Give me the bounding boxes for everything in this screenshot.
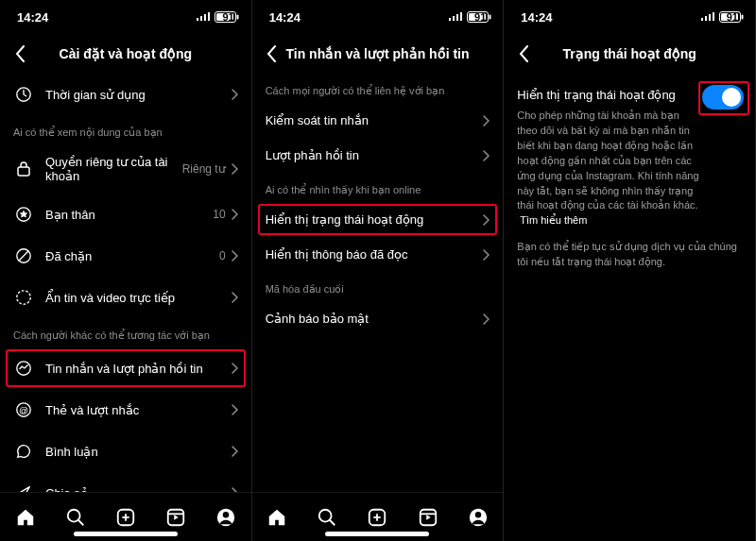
svg-text:@: @: [19, 405, 28, 415]
back-button[interactable]: [513, 43, 534, 64]
row-label: Đã chặn: [45, 249, 214, 263]
phone-screen-1: 14:24 91 Cài đặt và hoạt động Thời gian …: [0, 0, 252, 541]
header-title: Cài đặt và hoạt động: [0, 46, 251, 61]
row-label: Cảnh báo bảo mật: [266, 312, 478, 326]
row-blocked[interactable]: Đã chặn 0: [0, 235, 251, 277]
row-label: Bình luận: [45, 445, 226, 459]
svg-point-25: [223, 512, 229, 517]
row-close-friends[interactable]: Bạn thân 10: [0, 194, 251, 235]
content-scroll[interactable]: Cách mọi người có thể liên hệ với bạn Ki…: [252, 74, 504, 492]
status-time: 14:24: [17, 10, 48, 25]
svg-rect-40: [741, 15, 743, 20]
share-icon: [13, 482, 34, 492]
tab-profile[interactable]: [214, 505, 238, 530]
header-title: Trạng thái hoạt động: [504, 46, 755, 61]
clock-icon: [13, 84, 34, 105]
svg-line-18: [77, 519, 83, 525]
activity-status-toggle[interactable]: [702, 85, 744, 110]
svg-point-17: [67, 509, 79, 521]
row-label: Chia sẻ: [45, 486, 226, 493]
row-label: Bạn thân: [45, 208, 207, 222]
svg-rect-28: [490, 15, 491, 20]
comment-icon: [13, 441, 34, 462]
status-bar: 14:24 91: [504, 0, 755, 34]
messenger-icon: [13, 358, 34, 379]
tag-icon: @: [13, 399, 34, 420]
section-contact-header: Cách mọi người có thể liên hệ với bạn: [252, 74, 504, 103]
screen-header: Trạng thái hoạt động: [504, 34, 755, 74]
tab-home[interactable]: [13, 505, 38, 530]
tab-home[interactable]: [265, 505, 289, 530]
content-scroll[interactable]: Hiển thị trạng thái hoạt động Cho phép n…: [504, 74, 755, 541]
status-bar: 14:24 91: [252, 0, 504, 34]
svg-rect-2: [237, 15, 239, 20]
tab-create[interactable]: [113, 505, 138, 530]
row-screen-time[interactable]: Thời gian sử dụng: [0, 74, 251, 115]
star-icon: [13, 204, 34, 225]
back-button[interactable]: [262, 43, 283, 64]
section-online-header: Ai có thể nhìn thấy khi bạn online: [252, 173, 504, 202]
row-label: Tin nhắn và lượt phản hồi tin: [45, 362, 226, 376]
section-e2e-header: Mã hóa đầu cuối: [252, 272, 504, 301]
tab-search[interactable]: [315, 505, 339, 530]
phone-screen-3: 14:24 91 Trạng thái hoạt động Hiển thị t…: [504, 0, 756, 541]
status-indicators: 91: [700, 11, 738, 23]
hide-icon: [13, 287, 34, 308]
row-tags-mentions[interactable]: @ Thẻ và lượt nhắc: [0, 389, 251, 431]
row-story-replies[interactable]: Lượt phản hồi tin: [252, 138, 504, 173]
home-indicator[interactable]: [325, 532, 429, 536]
row-label: Ẩn tin và video trực tiếp: [45, 291, 226, 305]
row-read-receipts[interactable]: Hiển thị thông báo đã đọc: [252, 237, 504, 272]
row-security-alerts[interactable]: Cảnh báo bảo mật: [252, 301, 504, 336]
status-indicators: 91: [196, 11, 233, 23]
content-scroll[interactable]: Thời gian sử dụng Ai có thể xem nội dung…: [0, 74, 251, 492]
row-activity-status[interactable]: Hiển thị trạng thái hoạt động: [252, 202, 504, 237]
section-see-header: Ai có thể xem nội dung của bạn: [0, 115, 251, 144]
svg-line-7: [19, 251, 29, 262]
header-title: Tin nhắn và lượt phản hồi tin: [252, 46, 504, 61]
tab-profile[interactable]: [466, 505, 490, 530]
svg-point-29: [319, 509, 332, 521]
row-message-controls[interactable]: Kiểm soát tin nhắn: [252, 103, 504, 138]
svg-rect-4: [18, 167, 29, 176]
desc-title: Hiển thị trạng thái hoạt động: [517, 87, 700, 105]
row-share[interactable]: Chia sẻ: [0, 472, 251, 492]
row-label: Quyền riêng tư của tài khoản: [45, 155, 177, 183]
desc-body: Cho phép những tài khoản mà bạn theo dõi…: [517, 110, 698, 211]
row-label: Thời gian sử dụng: [45, 88, 226, 102]
activity-status-note: Bạn có thể tiếp tục sử dụng dịch vụ của …: [504, 236, 755, 278]
status-indicators: 91: [448, 11, 486, 23]
row-comments[interactable]: Bình luận: [0, 431, 251, 472]
row-account-privacy[interactable]: Quyền riêng tư của tài khoản Riêng tư: [0, 144, 251, 194]
tab-reels[interactable]: [163, 505, 188, 530]
learn-more-link[interactable]: Tìm hiểu thêm: [520, 214, 587, 226]
lock-icon: [13, 159, 34, 179]
screen-header: Cài đặt và hoạt động: [0, 34, 251, 74]
back-button[interactable]: [9, 43, 30, 64]
row-messages-replies[interactable]: Tin nhắn và lượt phản hồi tin: [0, 347, 251, 389]
tab-create[interactable]: [365, 505, 389, 530]
phone-screen-2: 14:24 91 Tin nhắn và lượt phản hồi tin C…: [252, 0, 505, 541]
svg-line-30: [330, 519, 335, 525]
row-label: Hiển thị trạng thái hoạt động: [266, 212, 478, 227]
status-time: 14:24: [269, 10, 301, 25]
svg-point-37: [475, 512, 481, 517]
tab-search[interactable]: [63, 505, 88, 530]
row-label: Thẻ và lượt nhắc: [45, 403, 226, 417]
home-indicator[interactable]: [74, 532, 178, 536]
screen-header: Tin nhắn và lượt phản hồi tin: [252, 34, 504, 74]
row-hide-story[interactable]: Ẩn tin và video trực tiếp: [0, 277, 251, 318]
row-label: Hiển thị thông báo đã đọc: [266, 247, 478, 262]
block-icon: [13, 245, 34, 266]
status-bar: 14:24 91: [0, 0, 251, 34]
row-label: Kiểm soát tin nhắn: [266, 113, 478, 127]
tab-reels[interactable]: [416, 505, 440, 530]
svg-point-8: [17, 291, 30, 304]
row-label: Lượt phản hồi tin: [266, 148, 478, 162]
section-interact-header: Cách người khác có thể tương tác với bạn: [0, 318, 251, 347]
status-time: 14:24: [521, 10, 552, 25]
